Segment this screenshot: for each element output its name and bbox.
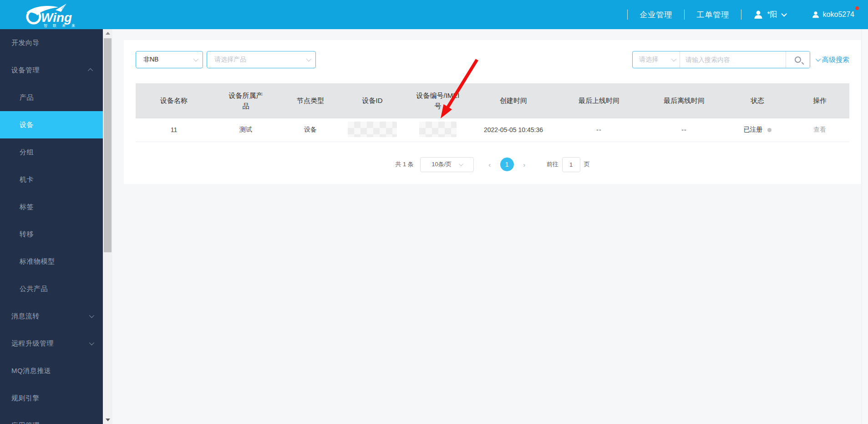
nav-divider — [627, 10, 628, 20]
sidebar-item-transfer[interactable]: 转移 — [0, 220, 103, 248]
col-status: 状态 — [725, 83, 790, 118]
sidebar-item-rule-engine[interactable]: 规则引擎 — [0, 384, 103, 412]
redacted-device-id — [348, 122, 397, 137]
search-group: 请选择 — [632, 51, 810, 68]
scroll-up-button[interactable] — [103, 29, 112, 37]
search-field-select[interactable]: 请选择 — [633, 51, 680, 68]
page-scrollbar[interactable] — [862, 29, 868, 424]
cell-last-offline: -- — [644, 118, 725, 142]
goto-page: 前往 页 — [547, 157, 590, 172]
sidebar-item-dev-wizard[interactable]: 开发向导 — [0, 29, 103, 56]
sidebar-item-group[interactable]: 分组 — [0, 138, 103, 166]
triangle-up-icon — [106, 32, 110, 35]
cell-imei — [403, 118, 472, 142]
pagination: 共 1 条 10条/页 ‹ 1 › 前往 页 — [136, 157, 849, 172]
sidebar-item-sim-card[interactable]: 机卡 — [0, 166, 103, 193]
col-node-type: 节点类型 — [279, 83, 341, 118]
main-content: 非NB 请选择产品 请选择 — [112, 29, 862, 424]
sidebar-item-mq-push[interactable]: MQ消息推送 — [0, 357, 103, 384]
scroll-down-button[interactable] — [103, 416, 112, 424]
chevron-down-icon — [193, 56, 198, 61]
cell-action: 查看 — [790, 118, 849, 142]
chevron-down-icon — [816, 56, 821, 61]
chevron-down-icon — [459, 162, 463, 166]
chevron-down-icon — [671, 56, 676, 61]
sidebar-item-app-mgmt[interactable]: 应用管理 — [0, 412, 103, 424]
sidebar-item-device[interactable]: 设备 — [0, 111, 103, 138]
device-table: 设备名称 设备所属产品 节点类型 设备ID 设备编号/IMEI号 创建时间 最后… — [136, 83, 849, 142]
cell-last-online: -- — [554, 118, 644, 142]
top-nav-enterprise-mgmt[interactable]: 企业管理 — [640, 10, 672, 20]
logo-brand-text: Wing — [41, 10, 72, 25]
cell-created: 2022-05-05 10:45:36 — [472, 118, 554, 142]
sidebar-item-remote-upgrade[interactable]: 远程升级管理 — [0, 330, 103, 357]
col-imei: 设备编号/IMEI号 — [403, 83, 472, 118]
page-1-button[interactable]: 1 — [500, 158, 514, 171]
person-icon — [753, 10, 763, 20]
next-page-button[interactable]: › — [517, 161, 532, 169]
status-dot-icon — [767, 128, 772, 132]
user-menu[interactable]: *阳 — [753, 10, 785, 20]
notification-badge — [855, 6, 859, 10]
sidebar-item-public-product[interactable]: 公共产品 — [0, 275, 103, 302]
top-nav-workorder-mgmt[interactable]: 工单管理 — [696, 10, 729, 20]
goto-label: 前往 — [547, 160, 558, 169]
col-device-id: 设备ID — [341, 83, 403, 118]
device-list-card: 非NB 请选择产品 请选择 — [124, 40, 861, 184]
advanced-search-label: 高级搜索 — [822, 56, 849, 64]
filter-row: 非NB 请选择产品 请选择 — [136, 51, 849, 68]
cell-device-name: 11 — [136, 118, 212, 142]
col-device-name: 设备名称 — [136, 83, 212, 118]
search-input[interactable] — [680, 51, 786, 68]
account-name: koko5274 — [823, 10, 854, 19]
chevron-down-icon — [89, 340, 94, 345]
topbar: Wing 智 联 未 来 企业管理 工单管理 *阳 — [0, 0, 868, 29]
account-entry[interactable]: koko5274 — [812, 10, 854, 19]
sidebar-item-standard-model[interactable]: 标准物模型 — [0, 248, 103, 275]
person-icon — [812, 10, 820, 19]
sidebar-item-product[interactable]: 产品 — [0, 84, 103, 111]
table-header-row: 设备名称 设备所属产品 节点类型 设备ID 设备编号/IMEI号 创建时间 最后… — [136, 83, 849, 118]
page-size-value: 10条/页 — [431, 160, 452, 169]
status-text: 已注册 — [744, 126, 763, 134]
triangle-down-icon — [106, 419, 110, 421]
sidebar-item-tag[interactable]: 标签 — [0, 193, 103, 220]
col-product: 设备所属产品 — [212, 83, 279, 118]
prev-page-button[interactable]: ‹ — [482, 161, 497, 169]
logo-tagline: 智 联 未 来 — [44, 24, 77, 27]
total-count: 共 1 条 — [395, 160, 413, 169]
table-row: 11 测试 设备 2022-05-05 10:45:36 -- -- 已注册 — [136, 118, 849, 142]
view-link[interactable]: 查看 — [813, 126, 826, 133]
nav-divider — [684, 10, 685, 20]
sidebar-item-device-mgmt[interactable]: 设备管理 — [0, 56, 103, 84]
product-select-placeholder: 请选择产品 — [214, 56, 246, 64]
search-icon — [795, 56, 801, 63]
goto-page-input[interactable] — [562, 157, 580, 172]
search-button[interactable] — [786, 51, 810, 68]
redacted-imei — [419, 122, 457, 137]
sidebar: 开发向导 设备管理 产品 设备 分组 机卡 标签 转移 标准物模型 公共产品 消… — [0, 29, 103, 424]
chevron-up-icon — [88, 68, 93, 73]
page-size-select[interactable]: 10条/页 — [420, 157, 474, 172]
nav-divider — [741, 10, 741, 20]
screen: Wing 智 联 未 来 企业管理 工单管理 *阳 — [0, 0, 868, 424]
col-last-offline: 最后离线时间 — [644, 83, 725, 118]
cell-product: 测试 — [212, 118, 279, 142]
cell-device-id — [341, 118, 403, 142]
sidebar-scrollbar[interactable] — [103, 29, 112, 424]
page-unit-label: 页 — [584, 160, 590, 169]
advanced-search-link[interactable]: 高级搜索 — [816, 56, 849, 64]
user-menu-name: *阳 — [767, 10, 777, 20]
col-created: 创建时间 — [472, 83, 554, 118]
chevron-down-icon — [781, 11, 787, 17]
app-logo[interactable]: Wing 智 联 未 来 — [24, 2, 82, 27]
sidebar-item-message-flow[interactable]: 消息流转 — [0, 302, 103, 330]
col-last-online: 最后上线时间 — [554, 83, 644, 118]
device-type-select[interactable]: 非NB — [136, 51, 203, 68]
chevron-down-icon — [306, 56, 311, 61]
product-select[interactable]: 请选择产品 — [207, 51, 316, 68]
logo-graphic: Wing 智 联 未 来 — [24, 2, 82, 27]
cell-node-type: 设备 — [279, 118, 341, 142]
device-type-select-value: 非NB — [143, 56, 158, 64]
sidebar-scrollbar-thumb[interactable] — [104, 38, 112, 252]
